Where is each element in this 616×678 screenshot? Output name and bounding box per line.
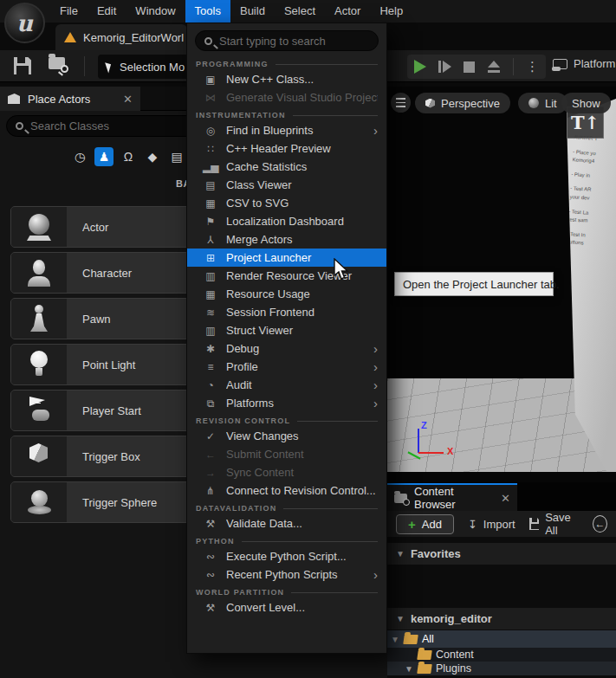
sphere-shape xyxy=(24,212,54,242)
menu-item-project-launcher[interactable]: ⊞Project Launcher xyxy=(187,249,386,267)
search-icon xyxy=(16,122,23,130)
menu-section-label: WORLD PARTITION xyxy=(196,588,284,597)
submenu-arrow-icon: › xyxy=(373,360,378,373)
show-dropdown[interactable]: Show xyxy=(561,93,611,113)
menu-bar: FileEditWindowToolsBuildSelectActorHelp xyxy=(0,0,616,23)
menu-help[interactable]: Help xyxy=(370,0,412,23)
view-changes-icon: ✓ xyxy=(203,430,218,442)
save-all-button[interactable]: Save All xyxy=(529,511,579,537)
close-content-browser-button[interactable]: ✕ xyxy=(501,492,510,505)
menu-item-label: Class Viewer xyxy=(226,178,378,191)
menu-item-view-changes[interactable]: ✓View Changes xyxy=(187,427,386,445)
category-cinematic-icon[interactable]: ▤ xyxy=(167,147,186,166)
menu-window[interactable]: Window xyxy=(126,0,185,23)
content-browser-tab[interactable]: Content Browser ✕ xyxy=(387,483,517,511)
menu-item-render-resource-viewer[interactable]: ▥Render Resource Viewer xyxy=(187,267,386,285)
menu-search-box[interactable] xyxy=(195,30,379,51)
player-start-icon xyxy=(11,391,67,430)
project-launcher-icon: ⊞ xyxy=(203,252,218,264)
menu-item-connect-to-revision-control[interactable]: ⋔Connect to Revision Control... xyxy=(187,481,386,500)
lit-dropdown[interactable]: Lit xyxy=(518,93,567,113)
category-basic-icon[interactable]: ♟ xyxy=(94,147,113,166)
menu-item-csv-to-svg[interactable]: ▦CSV to SVG xyxy=(187,194,386,212)
menu-item-execute-python-script[interactable]: ∾Execute Python Script... xyxy=(187,547,386,565)
menu-item-recent-python-scripts[interactable]: ∾Recent Python Scripts› xyxy=(187,565,386,584)
tree-item-label: Content xyxy=(436,649,474,661)
menu-item-find-in-blueprints[interactable]: ◎Find in Blueprints› xyxy=(187,121,386,139)
chevron-down-icon[interactable]: ▼ xyxy=(405,664,413,674)
menu-select[interactable]: Select xyxy=(275,0,325,23)
level-viewport[interactable]: AVATAR T- Place yoKemorig4- Play in- Tes… xyxy=(387,87,616,482)
frame-skip-button[interactable] xyxy=(438,61,451,73)
folder-search-icon xyxy=(49,57,65,69)
project-section[interactable]: ▼ kemorig_editor xyxy=(387,608,616,630)
play-button[interactable] xyxy=(414,60,426,74)
place-actors-icon xyxy=(8,94,20,104)
menu-item-platforms[interactable]: ⧉Platforms› xyxy=(187,394,386,412)
eject-button[interactable] xyxy=(487,61,501,73)
place-actors-tab[interactable]: Place Actors ✕ xyxy=(0,87,140,111)
render-resource-viewer-icon: ▥ xyxy=(203,270,218,282)
browse-content-button[interactable] xyxy=(49,57,65,73)
content-browser-tab-row: Content Browser ✕ xyxy=(387,482,616,511)
menu-item-submit-content: ←Submit Content xyxy=(187,445,386,463)
viewport-menu-button[interactable] xyxy=(391,93,411,113)
add-button[interactable]: + Add xyxy=(396,514,454,534)
debug-icon: ✱ xyxy=(203,343,218,355)
save-button[interactable] xyxy=(14,57,31,78)
menu-item-cache-statistics[interactable]: ▂▅Cache Statistics xyxy=(187,158,386,176)
menu-section-divider xyxy=(242,541,378,542)
menu-item-new-c-class[interactable]: ▣New C++ Class... xyxy=(187,70,386,88)
tree-item-plugins[interactable]: ▼Plugins xyxy=(387,662,616,675)
level-tab-title: Kemorig_EditorWorl xyxy=(83,31,184,44)
category-recently-placed-icon[interactable]: ◷ xyxy=(70,147,89,166)
menu-item-localization-dashboard[interactable]: ⚑Localization Dashboard xyxy=(187,212,386,230)
menu-build[interactable]: Build xyxy=(230,0,275,23)
show-label: Show xyxy=(572,97,600,110)
platforms-label: Platform xyxy=(574,57,615,70)
chevron-down-icon[interactable]: ▼ xyxy=(391,635,399,644)
tree-item-all[interactable]: ▼All xyxy=(387,630,616,648)
chevron-down-icon: ▼ xyxy=(396,614,405,623)
menu-item-audit[interactable]: ◔Audit› xyxy=(187,376,386,394)
csv-to-svg-icon: ▦ xyxy=(203,197,218,210)
play-options-menu[interactable]: ⋮ xyxy=(526,59,539,74)
menu-file[interactable]: File xyxy=(50,0,88,23)
menu-item-struct-viewer[interactable]: ▥Struct Viewer xyxy=(187,321,386,339)
menu-item-class-viewer[interactable]: ▤Class Viewer xyxy=(187,176,386,194)
menu-search-input[interactable] xyxy=(219,35,369,48)
back-button[interactable]: ← xyxy=(593,515,607,533)
close-panel-button[interactable]: ✕ xyxy=(123,93,133,106)
menu-item-resource-usage[interactable]: ▦Resource Usage xyxy=(187,285,386,303)
tools-menu-dropdown: PROGRAMMING▣New C++ Class...⋈Generate Vi… xyxy=(186,23,387,654)
submenu-arrow-icon: › xyxy=(373,378,378,391)
menu-item-c-header-preview[interactable]: ∷C++ Header Preview xyxy=(187,139,386,158)
placeable-label: Trigger Box xyxy=(67,450,140,463)
menu-item-convert-level[interactable]: ⚒Convert Level... xyxy=(187,598,386,617)
menu-item-validate-data[interactable]: ⚒Validate Data... xyxy=(187,514,386,533)
tooltip: Open the Project Launcher tab. xyxy=(394,272,554,296)
menu-item-profile[interactable]: ≡Profile› xyxy=(187,358,386,376)
favorites-section[interactable]: ▼ Favorites xyxy=(387,543,616,565)
menu-actor[interactable]: Actor xyxy=(325,0,370,23)
menu-item-label: View Changes xyxy=(226,429,378,442)
menu-item-debug[interactable]: ✱Debug› xyxy=(187,339,386,358)
platforms-dropdown[interactable]: Platform xyxy=(553,57,615,70)
menu-item-merge-actors[interactable]: ⅄Merge Actors xyxy=(187,230,386,249)
category-shapes-icon[interactable]: ◆ xyxy=(143,147,162,166)
perspective-dropdown[interactable]: Perspective xyxy=(415,93,510,113)
level-tab[interactable]: Kemorig_EditorWorl xyxy=(55,24,187,50)
tree-item-label: All xyxy=(422,633,434,645)
sphere2-shape xyxy=(24,488,54,517)
save-all-icon xyxy=(529,518,540,530)
menu-edit[interactable]: Edit xyxy=(88,0,126,23)
menu-tools[interactable]: Tools xyxy=(185,0,230,23)
content-browser-toolbar: + Add ↧ Import Save All ← xyxy=(387,511,616,537)
category-lights-icon[interactable]: Ω xyxy=(119,147,138,166)
menu-item-session-frontend[interactable]: ≋Session Frontend xyxy=(187,303,386,321)
import-button[interactable]: ↧ Import xyxy=(468,518,515,531)
stop-button[interactable] xyxy=(464,61,475,73)
folder-icon xyxy=(417,650,432,660)
tree-item-content[interactable]: Content xyxy=(387,648,616,662)
unreal-editor-window: FileEditWindowToolsBuildSelectActorHelp … xyxy=(0,0,616,678)
